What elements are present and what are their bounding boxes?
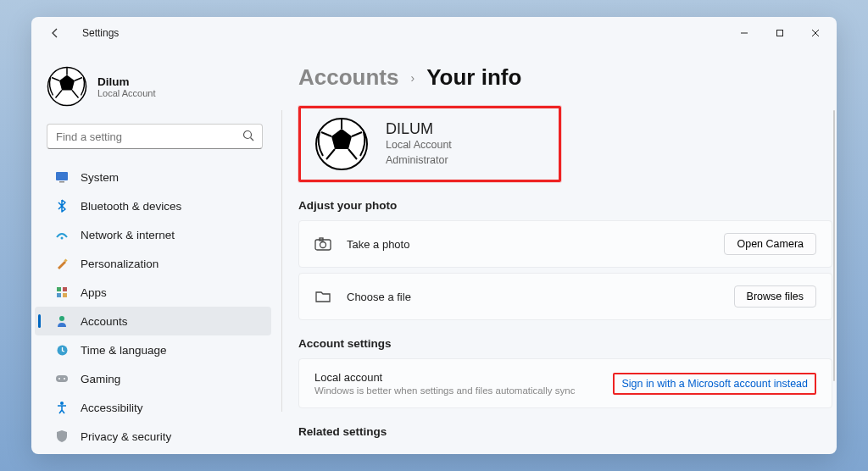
svg-point-6 (244, 131, 252, 139)
main-panel: Accounts › Your info DILUM Local Account… (281, 49, 837, 454)
nav-label: Privacy & security (81, 430, 171, 443)
search-icon (242, 130, 254, 141)
svg-point-16 (59, 316, 64, 321)
sidebar-item-apps[interactable]: Apps (35, 278, 271, 307)
svg-rect-18 (56, 375, 68, 382)
accounts-icon (55, 314, 69, 328)
choose-file-label: Choose a file (347, 291, 734, 303)
browse-files-button[interactable]: Browse files (734, 285, 816, 308)
breadcrumb: Accounts › Your info (298, 64, 828, 91)
local-account-sub: Windows is better when settings and file… (314, 385, 613, 396)
local-account-label: Local account (314, 371, 613, 384)
window-controls (726, 20, 833, 46)
camera-icon (314, 237, 331, 251)
sign-in-link[interactable]: Sign in with a Microsoft account instead (621, 378, 808, 390)
window-title: Settings (82, 27, 119, 39)
svg-rect-13 (63, 287, 67, 291)
user-block[interactable]: Dilum Local Account (35, 56, 271, 117)
section-related: Related settings (298, 425, 828, 438)
sidebar-item-gaming[interactable]: Gaming (35, 364, 271, 393)
svg-point-10 (61, 237, 64, 240)
svg-rect-8 (56, 172, 68, 180)
svg-rect-9 (59, 181, 64, 183)
svg-point-25 (320, 242, 326, 248)
close-button[interactable] (798, 20, 833, 46)
profile-name: DILUM (386, 120, 452, 138)
take-photo-label: Take a photo (347, 238, 724, 251)
sidebar-item-bluetooth[interactable]: Bluetooth & devices (35, 191, 271, 220)
time-icon (55, 343, 69, 357)
sidebar: Dilum Local Account System Bluetooth & d… (31, 49, 281, 454)
personalization-icon (55, 257, 69, 270)
user-name: Dilum (97, 75, 156, 88)
sidebar-item-accessibility[interactable]: Accessibility (35, 393, 271, 422)
sidebar-item-network[interactable]: Network & internet (35, 220, 271, 249)
nav: System Bluetooth & devices Network & int… (35, 163, 271, 451)
breadcrumb-root[interactable]: Accounts (298, 64, 398, 91)
svg-rect-12 (57, 287, 61, 291)
choose-file-row: Choose a file Browse files (298, 273, 832, 320)
nav-label: Apps (81, 286, 107, 299)
sidebar-item-personalization[interactable]: Personalization (35, 249, 271, 278)
search-box (47, 124, 263, 149)
svg-line-7 (251, 138, 254, 141)
privacy-icon (55, 429, 69, 443)
nav-label: System (81, 171, 119, 184)
svg-rect-14 (57, 293, 61, 297)
sign-in-highlight: Sign in with a Microsoft account instead (613, 373, 816, 395)
section-account-settings: Account settings (298, 337, 828, 350)
avatar (47, 66, 87, 107)
back-button[interactable] (47, 27, 64, 39)
bluetooth-icon (55, 199, 69, 213)
settings-window: Settings Dilum Local Account (31, 17, 837, 454)
sidebar-item-time[interactable]: Time & language (35, 335, 271, 364)
scrollbar[interactable] (833, 110, 835, 381)
apps-icon (55, 285, 69, 299)
profile-card: DILUM Local Account Administrator (298, 106, 561, 182)
profile-role: Administrator (386, 153, 452, 169)
search-input[interactable] (47, 124, 263, 149)
accessibility-icon (55, 401, 69, 414)
svg-rect-24 (315, 240, 331, 250)
nav-label: Gaming (81, 373, 120, 385)
profile-type: Local Account (386, 138, 452, 153)
gaming-icon (55, 372, 69, 385)
sidebar-item-accounts[interactable]: Accounts (35, 307, 271, 335)
svg-point-21 (60, 402, 64, 405)
svg-point-19 (58, 378, 60, 380)
sidebar-item-privacy[interactable]: Privacy & security (35, 422, 271, 451)
section-adjust-photo: Adjust your photo (298, 199, 828, 212)
network-icon (55, 228, 69, 241)
nav-label: Personalization (81, 258, 159, 270)
page-title: Your info (426, 64, 521, 91)
folder-icon (314, 290, 331, 303)
take-photo-row: Take a photo Open Camera (298, 220, 832, 268)
user-subtitle: Local Account (97, 88, 156, 98)
nav-label: Time & language (81, 344, 167, 357)
nav-label: Bluetooth & devices (81, 200, 181, 213)
system-icon (55, 170, 69, 184)
svg-rect-15 (63, 293, 67, 297)
minimize-button[interactable] (726, 20, 762, 46)
avatar-large (314, 117, 369, 171)
local-account-row: Local account Windows is better when set… (298, 358, 832, 408)
maximize-button[interactable] (762, 20, 798, 46)
svg-point-20 (64, 378, 65, 380)
divider (281, 110, 282, 412)
open-camera-button[interactable]: Open Camera (724, 233, 816, 255)
nav-label: Accounts (81, 315, 128, 328)
chevron-right-icon: › (410, 71, 415, 85)
nav-label: Network & internet (81, 229, 175, 241)
svg-rect-1 (777, 30, 783, 36)
sidebar-item-system[interactable]: System (35, 163, 271, 191)
titlebar: Settings (31, 17, 837, 49)
nav-label: Accessibility (81, 402, 143, 414)
